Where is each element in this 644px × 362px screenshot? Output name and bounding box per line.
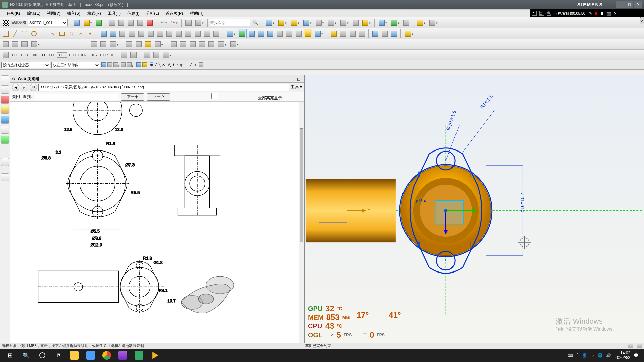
snap-end[interactable]: ⊕ bbox=[150, 62, 153, 67]
update-model-button[interactable] bbox=[94, 18, 103, 27]
dim-tool-c[interactable] bbox=[143, 51, 151, 59]
explorer-taskbar-icon[interactable] bbox=[66, 349, 83, 362]
tool-c-button[interactable] bbox=[351, 18, 360, 27]
nav-green-icon[interactable] bbox=[1, 136, 9, 144]
menu-prefs[interactable]: 首选项(P) bbox=[162, 10, 186, 17]
feature-g[interactable] bbox=[390, 29, 398, 38]
nav-red-icon[interactable] bbox=[1, 96, 9, 104]
view-style-dropdown[interactable] bbox=[264, 18, 276, 27]
find-prev-button[interactable]: 上一个 bbox=[147, 93, 170, 101]
tray-network-icon[interactable]: 🌐 bbox=[598, 353, 603, 358]
dim-tool-d[interactable] bbox=[152, 51, 161, 59]
find-input[interactable] bbox=[35, 94, 118, 100]
render-k[interactable] bbox=[198, 40, 206, 49]
rec-camera-icon[interactable]: 📷 bbox=[606, 11, 611, 16]
filt-a[interactable] bbox=[101, 62, 106, 68]
nav-blue-icon[interactable] bbox=[1, 116, 9, 124]
snap-e[interactable]: + bbox=[186, 63, 188, 67]
undo-dropdown[interactable]: ↶ bbox=[159, 18, 169, 27]
arc-button[interactable]: ⌒ bbox=[20, 29, 29, 38]
3d-viewport[interactable]: ⟂ ∥ ∥ ∥ ∥ ⟂ + + R14:1.8 Ø p13:1.8 p16=10… bbox=[305, 75, 644, 343]
find-next-button[interactable]: 下一个 bbox=[121, 93, 144, 101]
cortana-button[interactable] bbox=[34, 349, 50, 362]
record-dot-icon[interactable] bbox=[595, 12, 597, 15]
close-button[interactable]: ✕ bbox=[634, 1, 642, 8]
dim-tool-a[interactable] bbox=[120, 51, 128, 59]
filt-f[interactable] bbox=[136, 62, 141, 68]
snap-a[interactable]: ⋀ bbox=[168, 63, 171, 67]
calc-taskbar-icon[interactable] bbox=[131, 349, 147, 362]
dim-btn[interactable] bbox=[1, 51, 10, 59]
feature-d[interactable] bbox=[358, 29, 366, 38]
snap-g[interactable]: ◇ bbox=[193, 63, 196, 67]
extend-button[interactable] bbox=[127, 29, 136, 38]
nav-yellow-icon[interactable] bbox=[1, 106, 9, 114]
finish-sketch-label[interactable]: 完成草图 bbox=[11, 20, 27, 25]
highlight-all-label[interactable]: 全部高亮显示 bbox=[173, 93, 282, 101]
filt-g[interactable] bbox=[142, 62, 147, 68]
filt-b[interactable] bbox=[107, 62, 112, 68]
dim-v5[interactable]: 1.00 bbox=[57, 52, 67, 58]
feature-b[interactable] bbox=[339, 29, 347, 38]
selection-scope-select[interactable]: 仅在工作部件内 bbox=[51, 62, 100, 68]
render-e[interactable] bbox=[134, 40, 143, 49]
menu-analysis[interactable]: 分析(L) bbox=[143, 10, 162, 17]
search-button[interactable]: 🔍 bbox=[18, 349, 34, 362]
paste-special-button[interactable] bbox=[136, 18, 145, 27]
body-b[interactable] bbox=[11, 40, 19, 49]
mirror-dropdown[interactable] bbox=[389, 18, 401, 27]
fillet-button[interactable] bbox=[99, 29, 108, 38]
constraint-display-dropdown[interactable] bbox=[313, 29, 325, 38]
forward-button[interactable]: ► bbox=[21, 84, 28, 91]
url-input[interactable] bbox=[38, 84, 289, 91]
tool-a-button[interactable] bbox=[184, 18, 193, 27]
tool-curve-f[interactable] bbox=[193, 29, 202, 38]
status-icon-b[interactable] bbox=[637, 344, 642, 348]
more-features-dropdown[interactable] bbox=[403, 29, 415, 38]
orient-sketch-button[interactable] bbox=[72, 18, 81, 27]
render-h[interactable] bbox=[169, 40, 178, 49]
profile-button[interactable] bbox=[1, 29, 10, 38]
panel-scrollbar[interactable] bbox=[299, 102, 304, 343]
spline-button[interactable]: ∿ bbox=[48, 29, 57, 38]
constraint-b[interactable] bbox=[266, 29, 275, 38]
tool-curve-d[interactable] bbox=[174, 29, 183, 38]
tray-volume-icon[interactable]: 🔊 bbox=[606, 353, 611, 358]
app-purple-taskbar-icon[interactable] bbox=[115, 349, 131, 362]
dim-tool-b[interactable] bbox=[129, 51, 138, 59]
menu-tools[interactable]: 工具(T) bbox=[104, 10, 124, 17]
draft-dropdown[interactable] bbox=[326, 18, 338, 27]
recorder-icon2[interactable]: □ bbox=[539, 11, 544, 16]
render-n[interactable] bbox=[229, 40, 240, 49]
find-close-button[interactable]: 关闭 bbox=[12, 94, 20, 100]
feature-f[interactable] bbox=[380, 29, 389, 38]
boolean-dropdown[interactable] bbox=[289, 18, 301, 27]
render-m[interactable] bbox=[216, 40, 228, 49]
snap-c[interactable]: ○ bbox=[176, 63, 179, 67]
wps-taskbar-icon[interactable] bbox=[83, 349, 99, 362]
snap-mid2[interactable]: ╲ bbox=[158, 63, 161, 67]
nav-asm-icon[interactable] bbox=[1, 85, 9, 94]
tray-ime-icon[interactable]: ⌨ bbox=[568, 353, 573, 358]
menu-help[interactable]: 帮助(H) bbox=[186, 10, 207, 17]
render-l[interactable] bbox=[207, 40, 216, 49]
tool-curve-e[interactable] bbox=[184, 29, 193, 38]
render-c[interactable] bbox=[108, 40, 120, 49]
cut-button[interactable] bbox=[108, 18, 116, 27]
tools-dropdown[interactable]: 工具 ▾ bbox=[291, 84, 302, 90]
extrude-dropdown[interactable] bbox=[277, 18, 288, 27]
feature-a[interactable] bbox=[329, 29, 338, 38]
highlight-all-checkbox[interactable] bbox=[173, 93, 257, 99]
constraint-auto-active[interactable] bbox=[304, 29, 312, 38]
status-icon-a[interactable] bbox=[628, 344, 633, 348]
shell-dropdown[interactable] bbox=[339, 18, 351, 27]
edge-dropdown[interactable] bbox=[314, 18, 326, 27]
nav-clock-icon[interactable] bbox=[1, 158, 9, 166]
tray-people-icon[interactable]: 👤 bbox=[582, 353, 587, 358]
chrome-taskbar-icon[interactable] bbox=[99, 349, 115, 362]
sketch-name-select[interactable]: SKETCH_001 bbox=[28, 19, 68, 26]
media-taskbar-icon[interactable] bbox=[147, 349, 163, 362]
dim-tool-e[interactable] bbox=[161, 51, 173, 59]
back-button[interactable]: ◄ bbox=[12, 84, 19, 91]
menu-tasks[interactable]: 任务(K) bbox=[3, 10, 23, 17]
